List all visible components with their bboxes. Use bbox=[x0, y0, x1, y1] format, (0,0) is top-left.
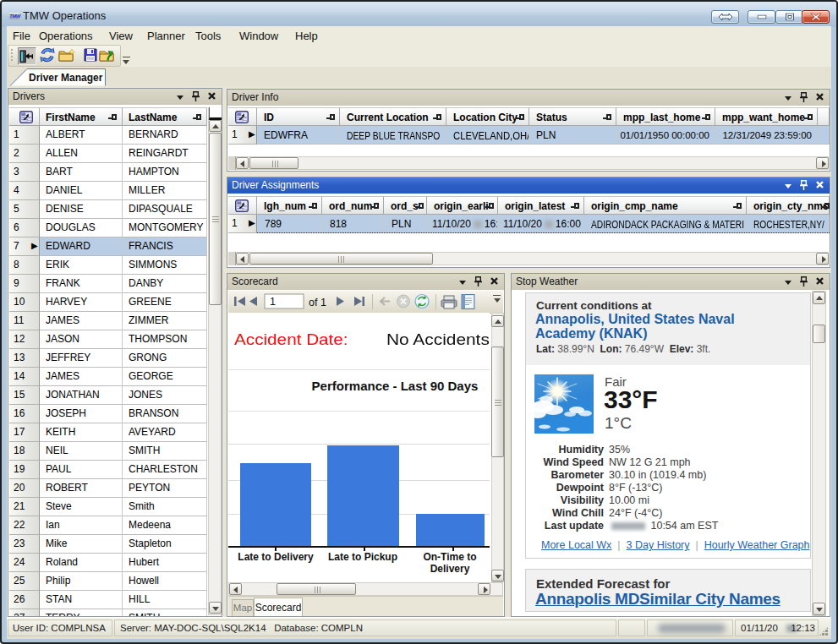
svg-text:1: 1 bbox=[270, 296, 276, 308]
svg-text:of 1: of 1 bbox=[309, 297, 326, 308]
